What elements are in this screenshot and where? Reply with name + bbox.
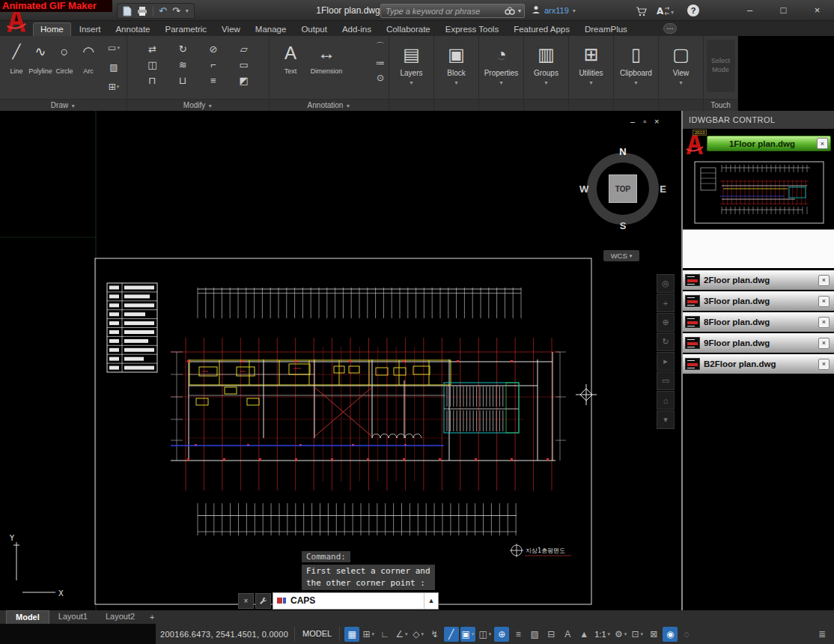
draw-panel-label[interactable]: Draw▼ [0,99,127,111]
ribbon-tab-parametric[interactable]: Parametric [159,23,214,37]
customize-command-icon[interactable] [255,593,271,609]
hardware-acceleration-icon[interactable]: ◉ [663,627,678,642]
quick-properties-icon[interactable]: ⊠ [646,627,661,642]
search-dropdown-icon[interactable]: ▾ [515,7,524,14]
ribbon-tab-annotate[interactable]: Annotate [109,23,156,37]
coordinate-readout[interactable]: 200166.6473, 2541.4501, 0.0000 [160,630,288,639]
command-input-text[interactable]: CAPS [290,595,419,606]
exchange-apps-icon[interactable]: A▾ [654,4,675,17]
modify-tool-icon[interactable]: ⊔ [171,75,195,86]
modify-panel-label[interactable]: Modify▼ [127,99,269,111]
annotation-tool-icon[interactable]: ⊙ [376,73,385,83]
add-layout-button[interactable]: + [144,610,160,624]
dynamic-input-icon[interactable]: ⊕ [494,627,509,642]
close-file-icon[interactable]: × [818,317,830,328]
line-tool-icon[interactable]: ╱Line [4,39,28,75]
dimension-tool-icon[interactable]: ↔Dimension [311,39,341,75]
undo-icon[interactable]: ↶ [159,6,167,16]
transparency-icon[interactable]: ▨ [527,627,542,642]
close-file-icon[interactable]: × [818,359,830,370]
active-file-name[interactable]: 1Floor plan.dwg [707,139,817,148]
annotation-panel-label[interactable]: Annotation▼ [270,99,389,111]
arc-tool-icon[interactable]: ◠Arc [76,39,100,75]
ribbon-tab-output[interactable]: Output [294,23,334,37]
user-dropdown-icon[interactable]: ▾ [573,7,576,14]
block-panel-button[interactable]: ▣Block▾ [434,36,478,99]
redo-icon[interactable]: ↷ [172,6,180,16]
isometric-drafting-icon[interactable]: ◇▾ [411,627,426,642]
select-mode-button[interactable]: Select Mode [707,40,735,92]
cart-icon[interactable] [635,4,648,17]
minimize-icon[interactable]: – [733,0,767,21]
command-input[interactable]: CAPS ▲ [273,592,439,610]
model-space-button[interactable]: MODEL [294,627,340,641]
clipboard-panel-button[interactable]: ▯Clipboard▾ [614,36,658,99]
view-compass[interactable]: N S W E TOP [581,147,665,231]
hatch-tool-icon[interactable]: ▨ [104,58,124,76]
object-snap-tracking-icon[interactable]: ↯ [427,627,442,642]
ribbon-tab-view[interactable]: View [215,23,247,37]
close-icon[interactable]: × [800,0,834,21]
autoscale-icon[interactable]: ▲ [576,627,591,642]
showmotion-icon[interactable]: ▸ [657,352,675,371]
ortho-mode-icon[interactable]: ∟ [377,627,392,642]
modify-tool-icon[interactable]: ⊓ [141,75,164,86]
array-tool-icon[interactable]: ⊞▾ [104,78,124,96]
active-file-row[interactable]: 2013 1Floor plan.dwg × [683,129,834,157]
3d-object-snap-icon[interactable]: ◫▾ [477,627,493,642]
rectangle-tool-icon[interactable]: ▭▾ [104,39,124,57]
pan-icon[interactable]: + [657,294,675,312]
modify-tool-icon[interactable]: ▱ [232,43,255,55]
viewcube-top-face[interactable]: TOP [609,174,637,203]
properties-panel-button[interactable]: ◔Properties▾ [479,36,523,99]
modify-tool-icon[interactable]: ⊘ [202,43,225,55]
close-file-icon[interactable]: × [818,338,830,349]
annotation-monitor-icon[interactable]: ⊡▾ [630,627,645,642]
drawing-canvas[interactable]: 지상1층평면도 Y X – ▫ × N S W E TOP WCS▾ ◎+⊕↻▸… [0,111,681,610]
new-file-icon[interactable] [123,6,132,16]
drawing-minimize-icon[interactable]: – [630,117,635,126]
file-tab-2floor-plan.dwg[interactable]: 2Floor plan.dwg× [683,270,834,290]
object-snap-icon[interactable]: ▣▾ [460,627,476,642]
file-tab-3floor-plan.dwg[interactable]: 3Floor plan.dwg× [683,291,834,311]
layout-tab-layout1[interactable]: Layout1 [49,610,97,624]
isoplane-icon[interactable]: ╱ [444,627,459,642]
ribbon-tab-featured-apps[interactable]: Featured Apps [507,23,576,37]
search-box[interactable]: Type a keyword or phrase ▾ [380,4,525,18]
modify-tool-icon[interactable]: ◫ [141,59,164,70]
ribbon-tab-insert[interactable]: Insert [73,23,108,37]
annotation-tool-icon[interactable]: ⌒ [376,40,385,53]
sign-in-area[interactable]: arx119 ▾ [532,3,576,18]
print-icon[interactable] [137,7,147,16]
orbit-icon[interactable]: ↻ [657,332,675,351]
file-tab-9floor-plan.dwg[interactable]: 9Floor plan.dwg× [683,333,834,353]
close-file-icon[interactable]: × [818,296,830,307]
ribbon-tab-express-tools[interactable]: Express Tools [439,23,505,37]
groups-panel-button[interactable]: ▥Groups▾ [524,36,568,99]
file-tab-b2floor-plan.dwg[interactable]: B2Floor plan.dwg× [683,354,834,374]
modify-tool-icon[interactable]: ⌐ [202,59,225,70]
help-icon[interactable]: ? [687,4,699,16]
search-input[interactable]: Type a keyword or phrase [381,7,505,16]
username-label[interactable]: arx119 [544,6,569,15]
annotation-visibility-icon[interactable]: A [560,627,575,642]
selection-cycling-icon[interactable]: ⊟ [544,627,558,642]
polyline-tool-icon[interactable]: ∿Polyline [28,39,52,75]
layers-panel-button[interactable]: ▤Layers▾ [389,36,433,99]
isolate-objects-icon[interactable]: ◌ [679,627,694,642]
close-command-icon[interactable]: × [238,593,254,609]
modify-tool-icon[interactable]: ≋ [171,59,195,70]
modify-tool-icon[interactable]: ↻ [171,43,195,55]
ribbon-tab-home[interactable]: Home [33,22,71,37]
ribbon-tab-collaborate[interactable]: Collaborate [380,23,437,37]
maximize-icon[interactable]: □ [767,0,800,21]
layout-tab-layout2[interactable]: Layout2 [97,610,144,624]
modify-tool-icon[interactable]: ◩ [232,75,255,86]
snap-mode-icon[interactable]: ⊞▾ [361,627,376,642]
utilities-panel-button[interactable]: ⊞Utilities▾ [569,36,613,99]
workspace-settings-icon[interactable]: ⚙▾ [613,627,628,642]
layout-tab-model[interactable]: Model [6,610,49,624]
ribbon-tab-add-ins[interactable]: Add-ins [335,23,378,37]
file-tab-8floor-plan.dwg[interactable]: 8Floor plan.dwg× [683,312,834,332]
search-binoculars-icon[interactable] [505,4,515,18]
